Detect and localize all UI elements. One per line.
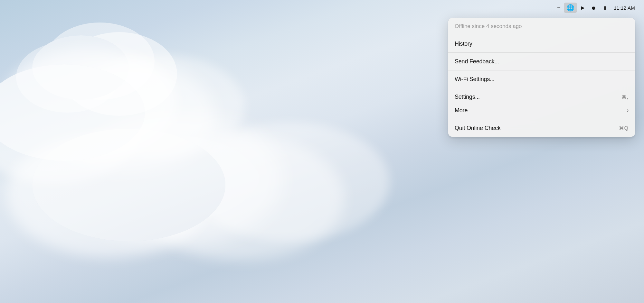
record-menu-button[interactable]: ⏺ (589, 3, 599, 13)
wifi-settings-label: Wi-Fi Settings... (455, 76, 495, 83)
menu-section-quit: Quit Online Check ⌘Q (448, 119, 635, 137)
play-icon: ▶ (581, 5, 585, 11)
quit-shortcut: ⌘Q (619, 125, 629, 131)
chevron-right-icon: › (627, 107, 629, 113)
menu-section-status: Offline since 4 seconds ago (448, 18, 635, 35)
dots-menu-button[interactable]: ··· (554, 3, 563, 13)
history-label: History (455, 41, 472, 47)
menu-section-history: History (448, 35, 635, 52)
stream-icon: ⏸ (602, 5, 607, 11)
more-label: More (455, 107, 468, 114)
globe-menu-button[interactable]: 🌐 (564, 3, 577, 13)
more-menu-item[interactable]: More › (448, 104, 635, 117)
context-menu: Offline since 4 seconds ago History Send… (448, 18, 635, 137)
play-menu-button[interactable]: ▶ (578, 3, 587, 13)
settings-menu-item[interactable]: Settings... ⌘, (448, 90, 635, 104)
offline-status-label: Offline since 4 seconds ago (455, 23, 522, 30)
history-menu-item[interactable]: History (448, 37, 635, 50)
menu-section-settings: Settings... ⌘, More › (448, 88, 635, 119)
menu-section-feedback: Send Feedback... (448, 52, 635, 70)
quit-menu-item[interactable]: Quit Online Check ⌘Q (448, 121, 635, 135)
menu-section-wifi: Wi-Fi Settings... (448, 70, 635, 88)
send-feedback-label: Send Feedback... (455, 58, 499, 65)
settings-shortcut: ⌘, (621, 94, 629, 100)
globe-icon: 🌐 (566, 4, 574, 12)
cloud-decoration (32, 129, 258, 257)
menu-bar: ··· 🌐 ▶ ⏺ ⏸ 11:12 AM (0, 0, 644, 15)
send-feedback-menu-item[interactable]: Send Feedback... (448, 55, 635, 68)
record-icon: ⏺ (591, 5, 596, 11)
settings-label: Settings... (455, 94, 480, 100)
quit-label: Quit Online Check (455, 125, 501, 132)
dots-icon: ··· (557, 5, 560, 11)
stream-menu-button[interactable]: ⏸ (600, 3, 610, 13)
offline-status: Offline since 4 seconds ago (448, 20, 635, 33)
wifi-settings-menu-item[interactable]: Wi-Fi Settings... (448, 72, 635, 86)
system-clock: 11:12 AM (611, 5, 638, 11)
